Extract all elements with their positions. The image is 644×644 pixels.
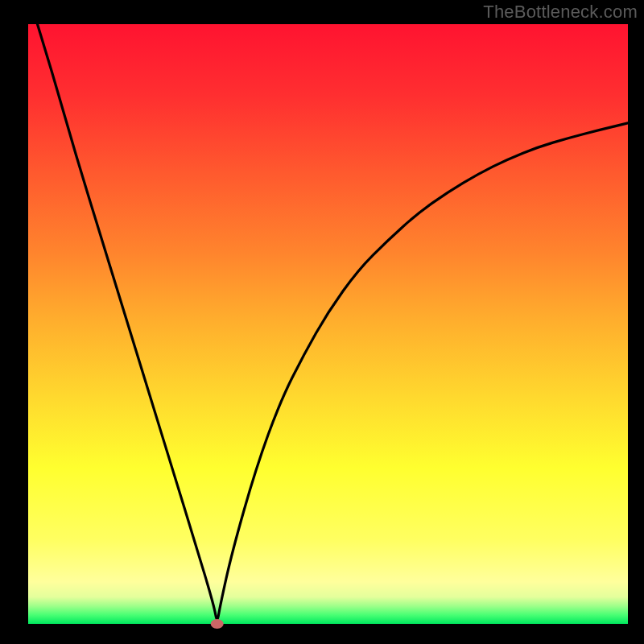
optimum-marker	[211, 619, 224, 629]
plot-background	[28, 24, 628, 624]
chart-container: TheBottleneck.com	[0, 0, 644, 644]
site-watermark: TheBottleneck.com	[483, 2, 638, 23]
bottleneck-chart	[0, 0, 644, 644]
